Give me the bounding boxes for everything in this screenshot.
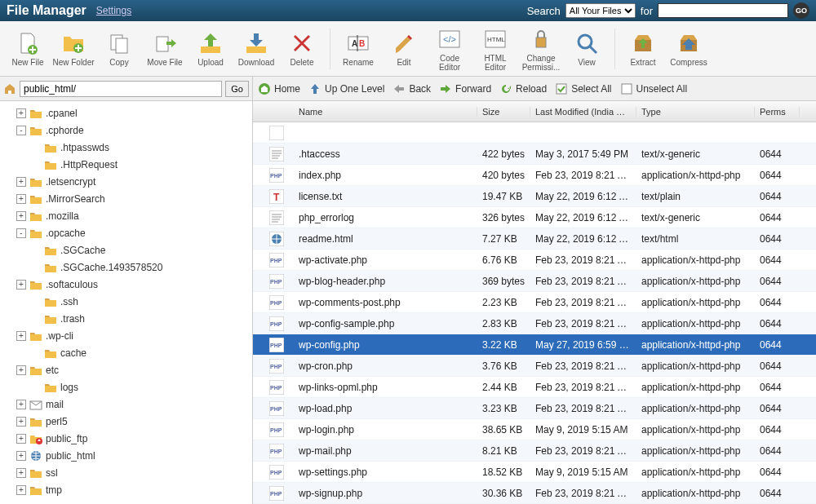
table-row[interactable]: PHPwp-settings.php18.52 KBMay 9, 2019 5:… <box>253 462 816 483</box>
file-name: wp-comments-post.php <box>294 297 477 308</box>
col-size[interactable]: Size <box>477 107 530 117</box>
tool-html-editor[interactable]: HTMLHTML Editor <box>474 24 517 73</box>
tree-node[interactable]: +public_html <box>2 447 251 464</box>
tree-toggle[interactable]: + <box>16 365 26 375</box>
table-row[interactable]: PHPwp-config-sample.php2.83 KBFeb 23, 20… <box>253 313 816 334</box>
tree-node[interactable]: logs <box>2 378 251 396</box>
tree-toggle[interactable]: + <box>16 417 26 427</box>
nav-reload[interactable]: Reload <box>499 82 547 95</box>
table-row[interactable]: PHPwp-signup.php30.36 KBFeb 23, 2019 8:2… <box>253 483 816 504</box>
tree-label: .cphorde <box>46 125 84 136</box>
tree-toggle[interactable]: + <box>16 177 26 187</box>
tree-toggle[interactable]: + <box>16 485 26 495</box>
tool-change-perms[interactable]: Change Permissi... <box>520 24 562 73</box>
table-row[interactable]: .htaccess422 bytesMay 3, 2017 5:49 PMtex… <box>253 144 816 165</box>
tree-node[interactable]: +.MirrorSearch <box>2 190 251 207</box>
tree-node[interactable]: -.cphorde <box>2 122 251 139</box>
tool-download[interactable]: Download <box>235 24 277 73</box>
tool-label: Edit <box>397 58 410 67</box>
table-row[interactable]: PHPindex.php420 bytesFeb 23, 2019 8:21 A… <box>253 165 816 186</box>
tree-node[interactable]: .trash <box>2 310 251 327</box>
tree-node[interactable]: +ssl <box>2 464 251 481</box>
tree-node[interactable]: .SGCache <box>2 241 251 259</box>
nav-unselect-all[interactable]: Unselect All <box>620 82 688 95</box>
tree-toggle[interactable]: + <box>16 434 26 444</box>
col-type[interactable]: Type <box>636 107 755 117</box>
nav-back[interactable]: Back <box>392 82 431 95</box>
path-go-button[interactable]: Go <box>225 81 249 97</box>
tree-node[interactable]: +etc <box>2 361 251 378</box>
tool-move[interactable]: Move File <box>144 24 186 73</box>
tree-node[interactable]: .htpasswds <box>2 139 251 156</box>
tree-node[interactable]: +perl5 <box>2 413 251 430</box>
tree-node[interactable]: .ssh <box>2 293 251 310</box>
tree-node[interactable]: .SGCache.1493578520 <box>2 259 251 276</box>
table-row[interactable]: PHPwp-links-opml.php2.44 KBFeb 23, 2019 … <box>253 377 816 398</box>
tree-node[interactable]: +public_ftp <box>2 430 251 447</box>
tree-node[interactable]: .HttpRequest <box>2 156 251 173</box>
tree-toggle[interactable]: + <box>16 400 26 409</box>
table-row[interactable]: PHPwp-config.php3.22 KBMay 27, 2019 6:59… <box>253 334 816 356</box>
tool-edit[interactable]: Edit <box>383 24 425 73</box>
tree-node[interactable]: +.softaculous <box>2 276 251 293</box>
tree-node[interactable]: +tmp <box>2 481 251 498</box>
col-modified[interactable]: Last Modified (India Star <box>530 107 636 117</box>
table-row[interactable]: PHPwp-mail.php8.21 KBFeb 23, 2019 8:21 A… <box>253 440 816 462</box>
tool-new-file[interactable]: New File <box>7 24 49 73</box>
col-perms[interactable]: Perms <box>755 107 800 117</box>
table-row[interactable]: Tlicense.txt19.47 KBMay 22, 2019 6:12 AM… <box>253 186 816 207</box>
nav-up[interactable]: Up One Level <box>308 82 384 95</box>
table-row[interactable]: php_errorlog326 bytesMay 22, 2019 6:12 A… <box>253 207 816 228</box>
svg-text:</>: </> <box>443 34 456 44</box>
tree-toggle[interactable]: + <box>16 108 26 118</box>
table-row[interactable]: PHPwp-cron.php3.76 KBFeb 23, 2019 8:21 A… <box>253 356 816 377</box>
file-icon: PHP <box>269 380 284 395</box>
svg-text:PHP: PHP <box>270 470 282 475</box>
tool-new-folder[interactable]: New Folder <box>52 24 95 73</box>
tool-compress[interactable]: Compress <box>667 24 710 73</box>
file-modified: May 22, 2019 6:12 AM <box>530 212 636 223</box>
tool-upload[interactable]: Upload <box>189 24 232 73</box>
tree-node[interactable]: cache <box>2 344 251 361</box>
search-input[interactable] <box>658 3 788 18</box>
tree-toggle[interactable]: + <box>16 194 26 204</box>
table-row[interactable]: PHPwp-comments-post.php2.23 KBFeb 23, 20… <box>253 292 816 313</box>
tree-node[interactable]: +.mozilla <box>2 207 251 224</box>
table-row[interactable]: PHPwp-load.php3.23 KBFeb 23, 2019 8:21 A… <box>253 398 816 419</box>
table-row[interactable] <box>253 122 816 144</box>
svg-text:A: A <box>352 39 357 48</box>
tree-toggle[interactable]: + <box>16 451 26 461</box>
nav-home[interactable]: Home <box>258 82 300 95</box>
search-go-button[interactable]: GO <box>793 2 809 19</box>
tool-rename[interactable]: ABRename <box>337 24 379 73</box>
tree-toggle[interactable]: + <box>16 468 26 478</box>
table-row[interactable]: PHPwp-activate.php6.76 KBFeb 23, 2019 8:… <box>253 250 816 271</box>
tree-node[interactable]: -.opcache <box>2 224 251 241</box>
tree-toggle[interactable]: - <box>16 126 26 135</box>
nav-forward[interactable]: Forward <box>439 82 491 95</box>
tree-node[interactable]: +mail <box>2 396 251 413</box>
table-row[interactable]: readme.html7.27 KBMay 22, 2019 6:12 AMte… <box>253 228 816 250</box>
tree-toggle[interactable]: + <box>16 211 26 221</box>
tree-toggle[interactable]: - <box>16 228 26 238</box>
tool-delete[interactable]: Delete <box>281 24 323 73</box>
file-name: license.txt <box>294 191 477 202</box>
tree-toggle[interactable]: + <box>16 280 26 290</box>
tool-extract[interactable]: Extract <box>622 24 664 73</box>
tree-node[interactable]: +.wp-cli <box>2 327 251 344</box>
tree-label: .trash <box>60 313 85 325</box>
table-row[interactable]: PHPwp-blog-header.php369 bytesFeb 23, 20… <box>253 271 816 292</box>
settings-link[interactable]: Settings <box>96 5 131 16</box>
tool-copy[interactable]: Copy <box>98 24 140 73</box>
nav-select-all[interactable]: Select All <box>555 82 611 95</box>
col-name[interactable]: Name <box>294 107 477 117</box>
home-icon[interactable] <box>3 82 16 95</box>
table-row[interactable]: PHPwp-login.php38.65 KBMay 9, 2019 5:15 … <box>253 419 816 440</box>
tree-node[interactable]: +.letsencrypt <box>2 173 251 190</box>
tree-toggle[interactable]: + <box>16 331 26 341</box>
path-input[interactable] <box>20 81 222 97</box>
tree-node[interactable]: +.cpanel <box>2 104 251 122</box>
tool-view[interactable]: View <box>565 24 608 73</box>
search-scope-select[interactable]: All Your Files <box>565 3 636 18</box>
tool-code-editor[interactable]: </>Code Editor <box>428 24 471 73</box>
